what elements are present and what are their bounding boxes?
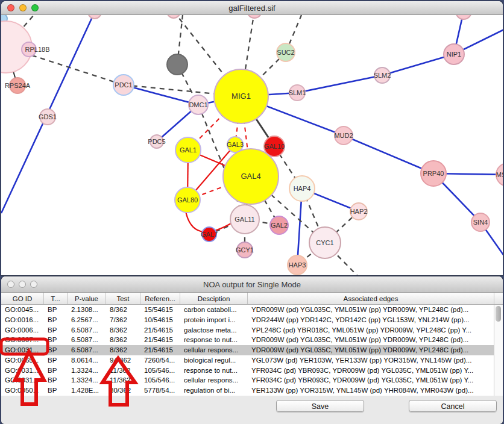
table-cell: 21/54615 [140,335,180,345]
table-cell: YFR034C (pd) YBR093C, YDR009W (pd) YGL03… [248,375,494,385]
network-node-gray1[interactable] [167,54,187,75]
table-cell: BP [44,345,68,355]
network-node-topp1[interactable] [88,15,101,19]
noa-output-window: NOA output for Single Mode GO IDT...P-va… [1,276,503,424]
table-cell: 21/54615 [140,325,180,335]
table-rows: GO:0045...BP2.1308...8/36215/54615carbon… [1,305,494,396]
table-row[interactable]: GO:0016...BP6.2567...7/36210/54615protei… [1,315,494,325]
network-edge[interactable] [297,75,382,93]
table-cell: BP [44,366,68,376]
node-label-GAL3: GAL3 [227,141,244,148]
table-cell: 8.0614... [68,355,106,366]
noa-window-titlebar[interactable]: NOA output for Single Mode [1,276,503,293]
node-label-GAL10: GAL10 [264,143,285,150]
zoom-button-icon[interactable] [30,281,37,288]
table-cell: GO:0045... [1,305,44,315]
column-header-test[interactable]: Test [106,293,140,304]
table-cell: 2.1308... [68,305,106,315]
node-label-NIP1: NIP1 [447,51,461,58]
vertical-scrollbar[interactable] [494,305,503,396]
minimize-button-icon[interactable] [19,281,26,288]
network-canvas[interactable]: RPL18BRPS24AGDS1PDC1DMC1PDC5MIG1SUC2SLM1… [1,15,503,275]
table-cell: 5778/54... [140,385,180,396]
table-cell: 7/362 [106,315,140,325]
node-label-SIN4: SIN4 [473,219,488,226]
network-graph: RPL18BRPS24AGDS1PDC1DMC1PDC5MIG1SUC2SLM1… [1,15,503,275]
table-cell: 15/54615 [140,305,180,315]
minimize-button-icon[interactable] [19,4,27,11]
table-cell: GO:0031... [1,366,44,376]
table-row[interactable]: GO:0065...BP8.0614...94/3627260/54...bio… [1,355,494,366]
node-label-MSN: MSN [496,171,503,178]
network-node-topp2[interactable] [167,15,180,18]
table-row[interactable]: GO:0031...BP1.3324...11/362105/546...res… [1,366,494,376]
table-cell: 11/362 [106,375,140,385]
noa-window-title: NOA output for Single Mode [203,280,301,289]
table-cell: BP [44,385,68,396]
network-window: galFiltered.sif RPL18BRPS24AGDS1PDC1DMC1… [1,1,503,275]
node-label-RPL18B: RPL18B [25,46,50,53]
node-label-GAL4: GAL4 [241,172,260,181]
network-edge[interactable] [344,136,433,173]
table-row[interactable]: GO:0050...BP1.428E...80/3625778/54...reg… [1,385,494,396]
table-row[interactable]: GO:0007...BP6.5087...8/36221/54615respon… [1,335,494,345]
node-label-GAL2: GAL2 [271,222,288,229]
scrollbar-header-stub [494,293,503,304]
inactive-traffic-lights [7,281,37,288]
zoom-button-icon[interactable] [31,4,39,11]
table-header: GO IDT...P-valueTestReferen...Desciption… [1,293,503,305]
table-cell: 105/546... [140,366,180,376]
table-row[interactable]: GO:0031...BP1.3324...11/362105/546...cel… [1,375,494,385]
node-label-RPS24A: RPS24A [5,82,31,89]
save-button[interactable]: Save [276,400,364,412]
network-window-titlebar[interactable]: galFiltered.sif [1,1,503,15]
table-row[interactable]: GO:0006...BP6.5087...8/36221/54615galact… [1,325,494,335]
table-cell: response to nut... [180,366,248,376]
node-label-GCY1: GCY1 [236,246,254,254]
table-cell: carbon cataboli... [180,305,248,315]
table-body: GO:0045...BP2.1308...8/36215/54615carbon… [1,305,503,396]
node-label-PDC1: PDC1 [115,81,132,89]
table-cell: 8/362 [106,305,140,315]
node-label-CYC1: CYC1 [316,239,333,246]
table-row[interactable]: GO:0031...BP6.5087...8/36221/54615cellul… [1,345,494,355]
table-cell: regulation of bi... [180,385,248,396]
table-cell: 21/54615 [140,345,180,355]
node-label-GDS1: GDS1 [39,113,57,120]
table-cell: 11/362 [106,366,140,376]
network-node-topright[interactable] [456,15,471,19]
table-cell: 80/362 [106,385,140,396]
cancel-button[interactable]: Cancel [409,400,497,412]
table-cell: 105/546... [140,375,180,385]
network-edge[interactable] [382,54,454,75]
table-row[interactable]: GO:0045...BP2.1308...8/36215/54615carbon… [1,305,494,315]
column-header-t-[interactable]: T... [44,293,68,304]
button-panel: Save Cancel [1,396,503,424]
column-header-p-value[interactable]: P-value [68,293,106,304]
table-cell: 6.5087... [68,345,106,355]
network-node-topp3[interactable] [247,15,262,18]
scrollbar-thumb[interactable] [496,306,501,322]
node-label-HAP4: HAP4 [294,185,311,192]
node-label-MIG1: MIG1 [232,92,251,101]
table-cell: BP [44,305,68,315]
close-button-icon[interactable] [7,281,14,288]
column-header-desciption[interactable]: Desciption [180,293,248,304]
node-label-SUC2: SUC2 [277,49,294,56]
table-cell: 1.3324... [68,366,106,376]
column-header-associated-edges[interactable]: Associated edges [248,293,494,304]
table-cell: YFR034C (pd) YBR093C, YDR009W (pd) YGL03… [248,366,494,376]
table-cell: 6.5087... [68,335,106,345]
table-cell: 1.3324... [68,375,106,385]
column-header-referen-[interactable]: Referen... [140,293,180,304]
table-cell: 10/54615 [140,315,180,325]
column-header-go-id[interactable]: GO ID [1,293,44,304]
table-cell: 1.428E... [68,385,106,396]
close-button-icon[interactable] [7,4,14,11]
table-cell: YGL073W (pd) YER103W, YER133W (pp) YOR31… [248,355,494,366]
node-label-HAP2: HAP2 [350,208,368,215]
table-cell: GO:0006... [1,325,44,335]
table-cell: BP [44,325,68,335]
table-cell: GO:0031... [1,375,44,385]
table-cell: protein import i... [180,315,248,325]
